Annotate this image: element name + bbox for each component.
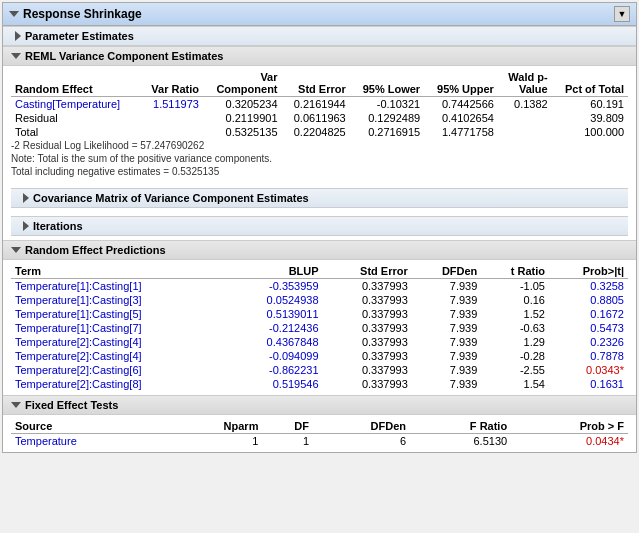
re-row-dfden: 7.939 <box>412 293 482 307</box>
reml-row-upper: 0.4102654 <box>424 111 498 125</box>
reml-row-std-error: 0.0611963 <box>282 111 350 125</box>
re-col-term: Term <box>11 264 227 279</box>
covariance-header[interactable]: Covariance Matrix of Variance Component … <box>11 188 628 208</box>
reml-note3: Total including negative estimates = 0.5… <box>11 165 628 178</box>
covariance-title: Covariance Matrix of Variance Component … <box>33 192 309 204</box>
reml-row-pct: 60.191 <box>552 97 628 112</box>
random-effect-content: Term BLUP Std Error DFDen t Ratio Prob>|… <box>3 260 636 395</box>
col-var-component: VarComponent <box>203 70 282 97</box>
reml-row-lower: -0.10321 <box>350 97 424 112</box>
re-row-prob: 0.0343* <box>549 363 628 377</box>
re-row-dfden: 7.939 <box>412 349 482 363</box>
parameter-estimates-header[interactable]: Parameter Estimates <box>3 26 636 46</box>
random-effect-table: Term BLUP Std Error DFDen t Ratio Prob>|… <box>11 264 628 391</box>
re-row-prob: 0.7878 <box>549 349 628 363</box>
re-row-blup: 0.5139011 <box>227 307 323 321</box>
covariance-expand-icon <box>23 193 29 203</box>
fixed-effect-table: Source Nparm DF DFDen F Ratio Prob > F T… <box>11 419 628 448</box>
re-row-t-ratio: 1.29 <box>481 335 549 349</box>
re-row-std-error: 0.337993 <box>323 363 412 377</box>
fe-col-f-ratio: F Ratio <box>410 419 511 434</box>
response-shrinkage-panel: Response Shrinkage ▼ Parameter Estimates… <box>2 2 637 453</box>
collapse-icon[interactable] <box>9 11 19 17</box>
fe-col-dfden: DFDen <box>313 419 410 434</box>
reml-row-upper: 1.4771758 <box>424 125 498 139</box>
re-row-term: Temperature[1]:Casting[1] <box>11 279 227 294</box>
reml-row-lower: 0.2716915 <box>350 125 424 139</box>
col-random-effect: Random Effect <box>11 70 140 97</box>
random-effect-title: Random Effect Predictions <box>25 244 166 256</box>
re-row-std-error: 0.337993 <box>323 377 412 391</box>
re-row-std-error: 0.337993 <box>323 349 412 363</box>
re-row-prob: 0.8805 <box>549 293 628 307</box>
fe-row-df: 1 <box>262 434 313 449</box>
re-row-blup: -0.862231 <box>227 363 323 377</box>
reml-section-header: REML Variance Component Estimates <box>3 46 636 66</box>
reml-row-pct: 100.000 <box>552 125 628 139</box>
re-row-term: Temperature[2]:Casting[4] <box>11 349 227 363</box>
re-row-dfden: 7.939 <box>412 321 482 335</box>
re-row-dfden: 7.939 <box>412 363 482 377</box>
col-std-error: Std Error <box>282 70 350 97</box>
reml-row-pct: 39.809 <box>552 111 628 125</box>
fe-row-nparm: 1 <box>167 434 263 449</box>
reml-row-var-component: 0.2119901 <box>203 111 282 125</box>
reml-row-wald <box>498 125 552 139</box>
re-row-std-error: 0.337993 <box>323 307 412 321</box>
re-row-blup: 0.519546 <box>227 377 323 391</box>
re-row-t-ratio: -0.28 <box>481 349 549 363</box>
re-row-term: Temperature[1]:Casting[7] <box>11 321 227 335</box>
fe-col-df: DF <box>262 419 313 434</box>
iterations-area: Iterations <box>3 212 636 240</box>
fe-row-dfden: 6 <box>313 434 410 449</box>
re-col-t-ratio: t Ratio <box>481 264 549 279</box>
col-wald-p: Wald p-Value <box>498 70 552 97</box>
panel-header: Response Shrinkage ▼ <box>3 3 636 26</box>
fe-col-nparm: Nparm <box>167 419 263 434</box>
reml-row-var-component: 0.5325135 <box>203 125 282 139</box>
covariance-area: Covariance Matrix of Variance Component … <box>3 182 636 212</box>
fixed-effect-content: Source Nparm DF DFDen F Ratio Prob > F T… <box>3 415 636 452</box>
random-effect-section-header: Random Effect Predictions <box>3 240 636 260</box>
reml-note2: Note: Total is the sum of the positive v… <box>11 152 628 165</box>
re-row-blup: -0.353959 <box>227 279 323 294</box>
re-row-dfden: 7.939 <box>412 279 482 294</box>
re-row-blup: 0.0524938 <box>227 293 323 307</box>
reml-row-var-ratio <box>140 111 203 125</box>
reml-row-effect: Residual <box>11 111 140 125</box>
re-row-term: Temperature[2]:Casting[6] <box>11 363 227 377</box>
re-row-dfden: 7.939 <box>412 335 482 349</box>
re-row-prob: 0.1672 <box>549 307 628 321</box>
re-row-t-ratio: -0.63 <box>481 321 549 335</box>
re-row-prob: 0.3258 <box>549 279 628 294</box>
re-col-blup: BLUP <box>227 264 323 279</box>
parameter-estimates-label: Parameter Estimates <box>25 30 134 42</box>
parameter-estimates-expand-icon <box>15 31 21 41</box>
col-var-ratio: Var Ratio <box>140 70 203 97</box>
fixed-effect-collapse-icon[interactable] <box>11 402 21 408</box>
re-col-std-error: Std Error <box>323 264 412 279</box>
iterations-header[interactable]: Iterations <box>11 216 628 236</box>
re-row-prob: 0.1631 <box>549 377 628 391</box>
reml-row-var-ratio: 1.511973 <box>140 97 203 112</box>
reml-row-lower: 0.1292489 <box>350 111 424 125</box>
re-row-std-error: 0.337993 <box>323 293 412 307</box>
re-row-blup: -0.094099 <box>227 349 323 363</box>
reml-row-wald <box>498 111 552 125</box>
re-row-std-error: 0.337993 <box>323 279 412 294</box>
fe-row-prob: 0.0434* <box>511 434 628 449</box>
reml-collapse-icon[interactable] <box>11 53 21 59</box>
reml-row-upper: 0.7442566 <box>424 97 498 112</box>
reml-title: REML Variance Component Estimates <box>25 50 223 62</box>
random-effect-collapse-icon[interactable] <box>11 247 21 253</box>
iterations-title: Iterations <box>33 220 83 232</box>
panel-options-button[interactable]: ▼ <box>614 6 630 22</box>
re-row-t-ratio: 1.54 <box>481 377 549 391</box>
re-row-prob: 0.2326 <box>549 335 628 349</box>
reml-row-wald: 0.1382 <box>498 97 552 112</box>
fixed-effect-title: Fixed Effect Tests <box>25 399 118 411</box>
iterations-expand-icon <box>23 221 29 231</box>
fe-col-source: Source <box>11 419 167 434</box>
re-row-term: Temperature[1]:Casting[5] <box>11 307 227 321</box>
re-row-dfden: 7.939 <box>412 307 482 321</box>
